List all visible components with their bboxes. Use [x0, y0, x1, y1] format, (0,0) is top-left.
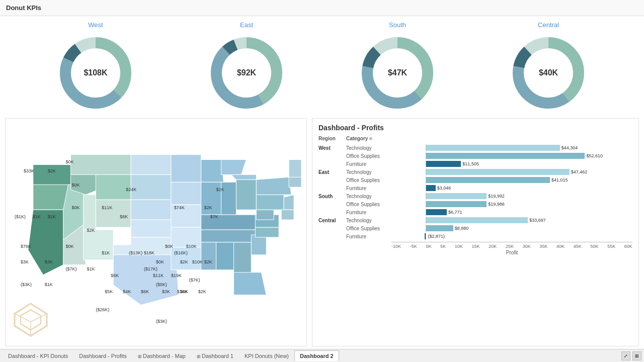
- col-header-region: Region: [318, 136, 346, 141]
- map-state-label: $6K: [180, 289, 188, 294]
- map-state-label: $0K: [165, 244, 173, 249]
- donut-title-west: West: [88, 21, 103, 29]
- bar-value: $19,992: [488, 194, 505, 199]
- donut-section: West $108K East $92K South $47K Central …: [0, 16, 644, 116]
- map-state-label: $1K: [87, 266, 95, 272]
- category-label: Office Supplies: [346, 153, 391, 159]
- category-label: Technology: [346, 145, 391, 151]
- x-tick: 15K: [472, 244, 480, 249]
- expand-icon[interactable]: ⤢: [621, 351, 630, 360]
- bar-container: $52,610: [391, 152, 632, 159]
- donut-east: East $92K: [206, 21, 287, 113]
- donut-title-south: South: [389, 21, 406, 29]
- map-state-label: $1K: [33, 214, 41, 219]
- category-label: Office Supplies: [346, 177, 391, 183]
- bar-positive: [426, 161, 461, 167]
- map-state-label: $7K: [210, 214, 218, 219]
- map-state-label: $11K: [102, 205, 112, 210]
- map-state-label: $19K: [171, 273, 182, 278]
- donut-value-west: $108K: [84, 68, 107, 77]
- map-state-label: ($7K): [66, 266, 77, 272]
- donut-value-east: $92K: [237, 68, 256, 77]
- map-state-label: $2K: [87, 228, 95, 233]
- bar-rows: West Technology $44,304 Office Supplies …: [318, 144, 632, 240]
- table-row: Office Supplies $41,015: [318, 176, 632, 184]
- map-state-label: $1K: [102, 250, 110, 255]
- table-row: South Technology $19,992: [318, 193, 632, 200]
- map-state-label: $4K: [123, 289, 131, 294]
- map-state-label: ($7K): [189, 278, 200, 283]
- tab-dashboard2[interactable]: Dashboard 2: [294, 350, 339, 361]
- x-tick: -5K: [410, 244, 417, 249]
- tab-controls: ⤢ ⊞: [621, 351, 641, 360]
- bar-container: $44,304: [391, 144, 632, 151]
- bar-container: $33,697: [391, 217, 632, 224]
- map-state-label: $2K: [180, 259, 188, 264]
- tab-dashboard1[interactable]: ⊞Dashboard 1: [191, 350, 239, 361]
- x-tick: 55K: [607, 244, 615, 249]
- region-label: West: [318, 145, 346, 151]
- bar-positive: [426, 153, 585, 159]
- tab-kpi-donuts[interactable]: Dashboard - KPI Donuts: [3, 350, 73, 361]
- map-state-label: $18K: [144, 250, 154, 255]
- map-state-label: $10K: [192, 259, 203, 264]
- chart-panel: Dashboard - Profits Region Category ≡ We…: [312, 118, 639, 346]
- map-state-label: $0K: [66, 244, 74, 249]
- region-label: East: [318, 169, 346, 175]
- donut-chart-central: $40K: [508, 33, 589, 113]
- chart-title: Dashboard - Profits: [318, 124, 632, 132]
- bar-container: $41,015: [391, 176, 632, 184]
- bar-positive: [426, 177, 550, 183]
- bar-container: $3,046: [391, 185, 632, 192]
- bar-container: $8,880: [391, 225, 632, 232]
- region-label: South: [318, 194, 346, 199]
- bar-container: $19,986: [391, 201, 632, 208]
- map-state-label: $2K: [204, 259, 212, 264]
- map-state-label: $76K: [21, 244, 31, 249]
- map-state-label: $1K: [45, 282, 53, 287]
- lower-section: $33K($1K)$1K$2K$1K$0K$0K$0K$2K$3K$3K$0K(…: [0, 116, 644, 349]
- donut-chart-south: $47K: [357, 33, 438, 113]
- page-title: Donut KPIs: [0, 0, 644, 16]
- map-state-label: ($17K): [144, 266, 157, 272]
- map-state-label: ($16K): [174, 250, 188, 255]
- x-tick: 20K: [489, 244, 497, 249]
- x-tick: 5K: [440, 244, 446, 249]
- donut-value-south: $47K: [388, 68, 407, 77]
- bar-positive: [426, 193, 487, 199]
- map-state-label: $16K: [177, 289, 188, 294]
- donut-title-central: Central: [538, 21, 559, 29]
- x-tick: 10K: [455, 244, 463, 249]
- bar-positive: [426, 217, 528, 223]
- category-label: Office Supplies: [346, 202, 391, 207]
- bar-positive: [426, 225, 453, 231]
- map-panel: $33K($1K)$1K$2K$1K$0K$0K$0K$2K$3K$3K$0K(…: [5, 118, 307, 346]
- category-label: Technology: [346, 194, 391, 199]
- donut-central: Central $40K: [508, 21, 589, 113]
- x-tick: 0K: [426, 244, 431, 249]
- map-state-label: $3K: [45, 259, 53, 264]
- donut-west: West $108K: [55, 21, 136, 113]
- bar-container: $19,992: [391, 193, 632, 200]
- map-state-label: $0K: [66, 159, 74, 164]
- map-state-label: $2K: [48, 168, 56, 173]
- category-label: Technology: [346, 169, 391, 175]
- bar-container: ($2,871): [391, 233, 632, 240]
- x-tick: 40K: [556, 244, 565, 249]
- tab-kpi-new[interactable]: KPI Donuts (New): [239, 350, 294, 361]
- bar-positive: [426, 201, 487, 207]
- map-state-label: $6K: [111, 273, 119, 278]
- table-row: Central Technology $33,697: [318, 217, 632, 224]
- tab-profits[interactable]: Dashboard - Profits: [73, 350, 132, 361]
- table-row: Office Supplies $52,610: [318, 152, 632, 159]
- tab-map[interactable]: ⊞Dashboard - Map: [132, 350, 191, 361]
- x-tick: -10K: [391, 244, 401, 249]
- map-state-label: $8K: [120, 214, 128, 219]
- map-state-label: $10K: [186, 244, 197, 249]
- col-header-category: Category ≡: [346, 136, 391, 141]
- x-tick: 35K: [539, 244, 547, 249]
- grid-icon[interactable]: ⊞: [632, 351, 641, 360]
- map-state-label: $6K: [141, 289, 149, 294]
- table-row: Office Supplies $19,986: [318, 201, 632, 208]
- bar-container: $6,771: [391, 209, 632, 216]
